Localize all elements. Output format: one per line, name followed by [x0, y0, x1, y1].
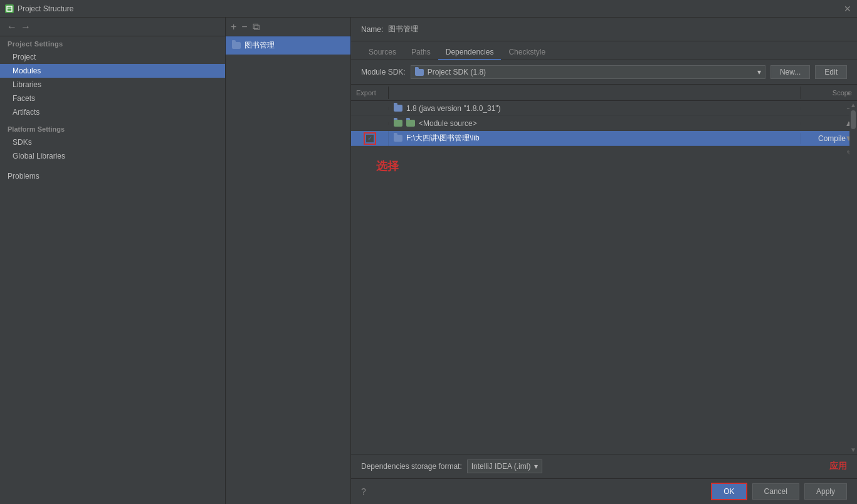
dep-label-module-source: <Module source> [419, 119, 477, 128]
dep-label-jdk: 1.8 (java version "1.8.0_31") [406, 104, 501, 113]
dep-add-button[interactable]: + [842, 86, 856, 100]
sidebar-navbar: ← → [0, 18, 225, 36]
sdk-dropdown-icon: ▾ [757, 68, 761, 76]
dep-row-jdk[interactable]: 1.8 (java version "1.8.0_31") [351, 101, 857, 116]
deps-table-header: Export Scope [351, 85, 857, 101]
window-title: Project Structure [18, 4, 73, 13]
nav-back-button[interactable]: ← [5, 21, 19, 33]
dep-export-lib[interactable]: ✓ [351, 131, 389, 146]
remove-module-button[interactable]: − [240, 21, 248, 33]
add-module-button[interactable]: + [229, 21, 238, 33]
app-icon [5, 4, 14, 13]
col-export-header: Export [351, 87, 389, 99]
sdk-row: Module SDK: Project SDK (1.8) ▾ New... E… [351, 60, 857, 85]
dependencies-table: + − ▲ ▼ ✎ Export Scope 1.8 (java version… [351, 85, 857, 454]
nav-forward-button[interactable]: → [19, 21, 33, 33]
scroll-down-icon[interactable]: ▼ [849, 446, 857, 454]
bottom-select-icon: ▾ [534, 462, 538, 471]
bottom-row: Dependencies storage format: IntelliJ ID… [351, 454, 857, 478]
title-bar: Project Structure ✕ [0, 0, 857, 18]
dep-name-jdk: 1.8 (java version "1.8.0_31") [389, 103, 801, 114]
module-folder-icon [232, 42, 241, 49]
dep-folder-icon-module-source [394, 120, 402, 127]
cancel-button[interactable]: Cancel [752, 483, 799, 500]
apply-annotation: 应用 [829, 461, 847, 472]
tab-checkstyle[interactable]: Checkstyle [501, 45, 553, 60]
sidebar-item-artifacts[interactable]: Artifacts [0, 105, 225, 119]
tabs-bar: Sources Paths Dependencies Checkstyle [351, 41, 857, 60]
copy-module-button[interactable]: ⧉ [251, 21, 261, 33]
module-item[interactable]: 图书管理 [226, 36, 350, 55]
dep-name-module-source: <Module source> [389, 118, 801, 129]
dep-folder-icon-jdk [394, 105, 402, 112]
sidebar-item-sdks[interactable]: SDKs [0, 135, 225, 149]
sidebar: ← → Project Settings Project Modules Lib… [0, 18, 226, 504]
platform-settings-header: Platform Settings [0, 119, 225, 135]
sdk-new-button[interactable]: New... [770, 65, 810, 79]
sdk-select[interactable]: Project SDK (1.8) ▾ [411, 65, 765, 79]
scroll-up-icon[interactable]: ▲ [849, 101, 857, 109]
right-panel: Name: 图书管理 Sources Paths Dependencies Ch… [351, 18, 857, 504]
dep-export-jdk [351, 107, 389, 110]
bottom-select[interactable]: IntelliJ IDEA (.iml) ▾ [467, 459, 543, 473]
dep-folder-icon-module-source [406, 120, 415, 127]
dep-row-lib[interactable]: ✓ F:\大四讲\图书管理\lib Compile ▾ [351, 131, 857, 146]
footer: ? OK Cancel Apply [351, 478, 857, 504]
name-label: Name: [361, 25, 383, 34]
dep-row-module-source[interactable]: <Module source> [351, 116, 857, 131]
sidebar-item-libraries[interactable]: Libraries [0, 78, 225, 92]
sdk-folder-icon [415, 69, 424, 76]
help-button[interactable]: ? [361, 486, 366, 496]
dep-export-module-source [351, 122, 389, 125]
dep-folder-icon-lib [394, 135, 402, 142]
sidebar-item-facets[interactable]: Facets [0, 92, 225, 105]
ok-button[interactable]: OK [711, 483, 747, 500]
apply-button[interactable]: Apply [804, 483, 847, 500]
scroll-thumb[interactable] [851, 110, 856, 129]
dep-checkbox-lib[interactable]: ✓ [365, 134, 374, 143]
close-button[interactable]: ✕ [843, 4, 852, 13]
name-row: Name: 图书管理 [351, 18, 857, 41]
sidebar-item-project[interactable]: Project [0, 50, 225, 64]
sidebar-item-global-libraries[interactable]: Global Libraries [0, 149, 225, 163]
tab-dependencies[interactable]: Dependencies [438, 45, 502, 60]
col-name-header [389, 90, 801, 95]
dep-label-lib: F:\大四讲\图书管理\lib [406, 133, 480, 144]
name-value: 图书管理 [388, 24, 418, 34]
project-settings-header: Project Settings [0, 36, 225, 50]
module-list-toolbar: + − ⧉ [226, 18, 350, 36]
sidebar-item-modules[interactable]: Modules [0, 64, 225, 78]
checkbox-highlight: ✓ [364, 132, 376, 145]
module-list: + − ⧉ 图书管理 [226, 18, 351, 504]
annotation-select: 选择 [351, 146, 857, 174]
tab-sources[interactable]: Sources [361, 45, 404, 60]
sidebar-item-problems[interactable]: Problems [0, 163, 225, 183]
svg-rect-0 [7, 6, 12, 11]
sdk-label: Module SDK: [361, 68, 406, 76]
dep-name-lib: F:\大四讲\图书管理\lib [389, 132, 801, 145]
sdk-edit-button[interactable]: Edit [815, 65, 847, 79]
bottom-label: Dependencies storage format: [361, 462, 462, 471]
sdk-value: Project SDK (1.8) [428, 68, 486, 76]
scroll-area[interactable]: ▲ ▼ [849, 101, 857, 454]
module-name: 图书管理 [244, 40, 275, 51]
tab-paths[interactable]: Paths [404, 45, 438, 60]
bottom-select-value: IntelliJ IDEA (.iml) [471, 462, 531, 471]
